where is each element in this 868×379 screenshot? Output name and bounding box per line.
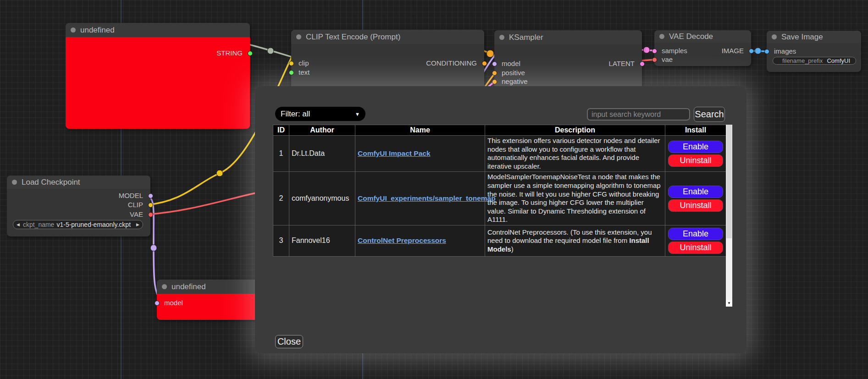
enable-button[interactable]: Enable <box>668 228 723 240</box>
node-vae-decode[interactable]: VAE Decode samples vae IMAGE <box>654 30 751 66</box>
clip-port-dot[interactable] <box>289 61 294 66</box>
extension-table: IDAuthorNameDescriptionInstall 1Dr.Lt.Da… <box>273 125 726 257</box>
extension-row: 1Dr.Lt.DataComfyUI Impact PackThis exten… <box>273 136 726 172</box>
extension-link[interactable]: ComfyUI_experiments/sampler_tonemap <box>358 194 496 202</box>
output-model[interactable]: MODEL <box>119 191 150 200</box>
table-scrollbar[interactable]: ▼ <box>726 125 732 307</box>
node-title: VAE Decode <box>669 32 713 41</box>
uninstall-button[interactable]: Uninstall <box>668 154 723 167</box>
latent-port-dot[interactable] <box>640 61 645 66</box>
image-port-dot[interactable] <box>749 49 754 54</box>
conditioning-port-dot[interactable] <box>482 61 487 66</box>
model-port-dot[interactable] <box>155 301 160 306</box>
positive-port-dot[interactable] <box>492 71 497 76</box>
node-title-bar[interactable]: undefined <box>157 280 262 294</box>
clip-port-dot[interactable] <box>148 203 153 208</box>
decrement-arrow-icon[interactable]: ◀ <box>13 222 23 227</box>
comfyui-canvas[interactable]: { "canvas": { "undefined_top": { "title"… <box>0 0 868 379</box>
extension-description: This extension offers various detector n… <box>485 136 665 172</box>
input-negative[interactable]: negative <box>494 77 528 86</box>
input-model[interactable]: model <box>494 59 520 68</box>
filter-dropdown-value: Filter: all <box>281 110 310 119</box>
node-title: CLIP Text Encode (Prompt) <box>306 33 400 41</box>
extension-author: Dr.Lt.Data <box>289 136 355 172</box>
uninstall-button[interactable]: Uninstall <box>668 242 723 254</box>
node-status-dot <box>296 34 301 39</box>
node-status-dot <box>12 180 17 185</box>
extension-description: ControlNet Preprocessors. (To use this e… <box>485 225 665 256</box>
chevron-down-icon: ▼ <box>355 111 360 117</box>
reroute-dot[interactable] <box>267 48 274 54</box>
input-vae[interactable]: vae <box>654 55 673 64</box>
reroute-dot[interactable] <box>150 245 157 251</box>
extension-author: Fannovel16 <box>289 225 355 256</box>
reroute-dot[interactable] <box>643 47 650 53</box>
extension-id: 1 <box>273 136 289 172</box>
node-title: undefined <box>80 26 115 34</box>
scrollbar-down-arrow-icon[interactable]: ▼ <box>726 300 732 307</box>
input-clip[interactable]: clip <box>291 59 309 68</box>
output-conditioning[interactable]: CONDITIONING <box>426 59 484 68</box>
output-vae[interactable]: VAE <box>130 210 150 219</box>
node-undefined-bottom[interactable]: undefined model <box>157 280 262 320</box>
model-port-dot[interactable] <box>492 61 497 66</box>
node-title-bar[interactable]: Save Image <box>767 31 861 43</box>
node-title-bar[interactable]: Load Checkpoint <box>7 176 150 189</box>
vae-port-dot[interactable] <box>148 212 153 217</box>
increment-arrow-icon[interactable]: ▶ <box>133 222 143 227</box>
scrollbar-thumb[interactable] <box>726 125 732 238</box>
input-positive[interactable]: positive <box>494 68 525 77</box>
output-image[interactable]: IMAGE <box>722 46 751 55</box>
node-title-bar[interactable]: KSampler <box>494 30 642 44</box>
extension-manager-modal: Filter: all ▼ Search IDAuthorNameDescrip… <box>255 86 746 353</box>
input-images[interactable]: images <box>767 47 796 56</box>
search-button[interactable]: Search <box>694 107 725 122</box>
input-text[interactable]: text <box>291 68 310 77</box>
extension-name: ComfyUI Impact Pack <box>355 136 485 172</box>
search-input[interactable] <box>587 108 690 121</box>
filter-dropdown[interactable]: Filter: all ▼ <box>275 107 365 121</box>
close-button[interactable]: Close <box>275 335 303 348</box>
output-latent[interactable]: LATENT <box>609 59 642 68</box>
reroute-dot[interactable] <box>216 170 223 176</box>
node-save-image[interactable]: Save Image images filename_prefix ComfyU… <box>767 31 861 72</box>
ckpt-name-widget[interactable]: ◀ ckpt_name v1-5-pruned-emaonly.ckpt ▶ <box>13 220 143 229</box>
input-samples[interactable]: samples <box>654 46 687 55</box>
enable-button[interactable]: Enable <box>668 186 723 198</box>
node-load-checkpoint[interactable]: Load Checkpoint MODEL CLIP VAE ◀ ckpt_na… <box>7 176 150 236</box>
column-header-author: Author <box>289 125 355 136</box>
negative-port-dot[interactable] <box>492 79 497 84</box>
input-model[interactable]: model <box>157 298 183 308</box>
filename-prefix-widget[interactable]: filename_prefix ComfyUI <box>773 57 856 65</box>
node-title: KSampler <box>509 33 543 42</box>
node-status-dot <box>659 34 664 39</box>
reroute-dot[interactable] <box>487 50 494 57</box>
output-clip[interactable]: CLIP <box>128 200 150 209</box>
node-title-bar[interactable]: CLIP Text Encode (Prompt) <box>291 30 484 44</box>
text-port-dot[interactable] <box>289 70 294 75</box>
extension-link[interactable]: ComfyUI Impact Pack <box>358 149 431 157</box>
node-title: Load Checkpoint <box>22 178 80 187</box>
output-string[interactable]: STRING <box>216 49 250 58</box>
column-header-id: ID <box>273 125 289 136</box>
extension-row: 2comfyanonymousComfyUI_experiments/sampl… <box>273 172 726 225</box>
node-undefined-top[interactable]: undefined STRING <box>66 23 250 129</box>
reroute-dot[interactable] <box>755 48 761 54</box>
node-title-bar[interactable]: VAE Decode <box>654 30 751 43</box>
model-port-dot[interactable] <box>148 193 153 198</box>
enable-button[interactable]: Enable <box>668 141 723 153</box>
extension-install-actions: EnableUninstall <box>665 172 726 225</box>
wire-vae-left[interactable] <box>147 192 258 214</box>
extension-name: ComfyUI_experiments/sampler_tonemap <box>355 172 485 225</box>
extension-name: ControlNet Preprocessors <box>355 225 485 256</box>
extension-link[interactable]: ControlNet Preprocessors <box>358 236 446 244</box>
extension-install-actions: EnableUninstall <box>665 136 726 172</box>
samples-port-dot[interactable] <box>652 49 657 54</box>
node-title-bar[interactable]: undefined <box>66 23 250 37</box>
images-port-dot[interactable] <box>764 49 769 54</box>
extension-description: ModelSamplerTonemapNoiseTest a node that… <box>485 172 665 225</box>
node-clip-text-encode[interactable]: CLIP Text Encode (Prompt) clip text COND… <box>291 30 484 89</box>
uninstall-button[interactable]: Uninstall <box>668 199 723 212</box>
string-port-dot[interactable] <box>248 51 253 56</box>
vae-port-dot[interactable] <box>652 57 657 62</box>
